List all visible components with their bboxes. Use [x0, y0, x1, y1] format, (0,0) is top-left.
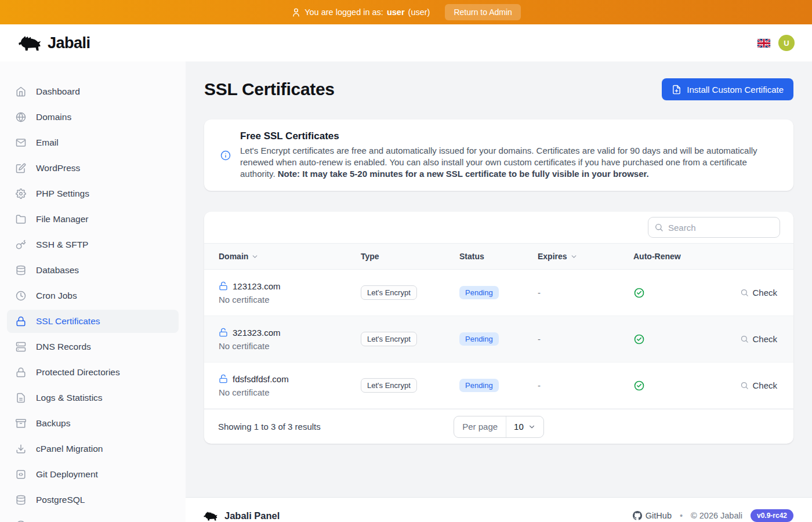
sidebar: Dashboard Domains Email WordPress PHP Se…: [0, 61, 186, 522]
boar-logo-icon: [17, 33, 43, 53]
sidebar-item-domains[interactable]: Domains: [7, 106, 179, 129]
sidebar-item-ssl-certificates[interactable]: SSL Certificates: [7, 310, 179, 333]
folder-icon: [16, 214, 26, 224]
column-header-domain[interactable]: Domain: [219, 252, 361, 261]
table-row: 123123.com No certificate Let's Encrypt …: [204, 270, 793, 316]
database-icon: [16, 265, 26, 276]
domain-name[interactable]: 321323.com: [233, 328, 281, 338]
column-label: Auto-Renew: [633, 252, 681, 261]
sidebar-item-php-settings[interactable]: PHP Settings: [7, 182, 179, 205]
chevron-down-icon: [251, 253, 259, 260]
gear-icon: [16, 188, 26, 199]
column-label: Type: [361, 252, 379, 261]
sidebar-item-dns-records[interactable]: DNS Records: [7, 335, 179, 358]
check-button[interactable]: Check: [740, 334, 777, 344]
sidebar-item-cpanel-migration[interactable]: cPanel Migration: [7, 437, 179, 461]
sidebar-item-label: Logs & Statistics: [36, 393, 103, 403]
brand-logo[interactable]: Jabali: [17, 33, 90, 53]
info-icon: [220, 150, 231, 161]
sidebar-item-postgresql[interactable]: PostgreSQL: [7, 488, 179, 512]
page-title: SSL Certificates: [204, 79, 335, 99]
user-icon: [291, 8, 301, 17]
github-link[interactable]: GitHub: [633, 511, 672, 520]
install-custom-certificate-button[interactable]: Install Custom Certificate: [662, 78, 793, 100]
info-note-text: Note: It may take 5-20 minutes for a new…: [278, 169, 649, 179]
sidebar-item-label: Dashboard: [36, 86, 80, 97]
sidebar-item-logs-statistics[interactable]: Logs & Statistics: [7, 386, 179, 409]
chevron-down-icon: [570, 253, 578, 260]
main-content: SSL Certificates Install Custom Certific…: [186, 61, 812, 522]
chevron-down-icon: [528, 423, 536, 431]
info-box-body: Let's Encrypt certificates are free and …: [240, 145, 777, 180]
sidebar-item-wordpress[interactable]: WordPress: [7, 157, 179, 180]
sidebar-item-cron-jobs[interactable]: Cron Jobs: [7, 284, 179, 307]
column-header-auto-renew: Auto-Renew: [633, 252, 703, 261]
sidebar-item-label: PostgreSQL: [36, 495, 85, 505]
language-flag-icon[interactable]: [757, 39, 770, 48]
banner-message: You are logged in as:: [304, 8, 383, 17]
document-plus-icon: [672, 85, 682, 95]
column-label: Expires: [538, 252, 567, 261]
database-icon: [16, 495, 26, 505]
sidebar-item-protected-directories[interactable]: Protected Directories: [7, 361, 179, 384]
column-header-expires[interactable]: Expires: [538, 252, 633, 261]
page-footer: Jabali Panel GitHub • © 2026 Jabali v0.9…: [186, 497, 812, 522]
mail-icon: [16, 137, 26, 148]
domain-name[interactable]: 123123.com: [233, 281, 281, 291]
sidebar-item-more[interactable]: [7, 514, 179, 522]
sidebar-item-label: Protected Directories: [36, 367, 120, 378]
expires-value: -: [538, 288, 633, 298]
check-button[interactable]: Check: [740, 288, 777, 298]
unlock-icon: [219, 281, 228, 291]
check-button[interactable]: Check: [740, 380, 777, 390]
auto-renew-enabled: [633, 380, 703, 392]
github-label: GitHub: [646, 511, 672, 520]
sidebar-item-label: Cron Jobs: [36, 291, 77, 301]
boar-logo-icon: [203, 510, 219, 522]
globe-icon: [16, 112, 26, 122]
edit-pencil-icon: [16, 163, 26, 173]
type-badge: Let's Encrypt: [361, 285, 417, 300]
footer-brand-name: Jabali Panel: [224, 510, 280, 521]
sidebar-item-email[interactable]: Email: [7, 131, 179, 154]
sidebar-item-ssh-sftp[interactable]: SSH & SFTP: [7, 233, 179, 256]
certificate-subtitle: No certificate: [219, 295, 361, 304]
info-box-title: Free SSL Certificates: [240, 130, 777, 142]
type-badge: Let's Encrypt: [361, 378, 417, 393]
sidebar-item-label: cPanel Migration: [36, 444, 103, 454]
domain-name[interactable]: fdsfsdfdsf.com: [233, 374, 289, 384]
sidebar-item-label: Domains: [36, 112, 71, 122]
per-page-select[interactable]: Per page 10: [454, 416, 544, 438]
certificate-subtitle: No certificate: [219, 341, 361, 351]
expires-value: -: [538, 380, 633, 390]
banner-role: (user): [408, 8, 430, 17]
file-text-icon: [16, 393, 26, 403]
free-ssl-info-box: Free SSL Certificates Let's Encrypt cert…: [204, 119, 793, 191]
table-row: 321323.com No certificate Let's Encrypt …: [204, 316, 793, 362]
check-label: Check: [752, 380, 777, 390]
download-icon: [16, 444, 26, 454]
sidebar-item-label: Backups: [36, 418, 70, 429]
sidebar-item-file-manager[interactable]: File Manager: [7, 208, 179, 231]
table-header-row: Domain Type Status Expires Auto-Renew: [204, 243, 793, 270]
clock-icon: [16, 291, 26, 301]
return-to-admin-button[interactable]: Return to Admin: [445, 4, 520, 20]
unlock-icon: [219, 374, 228, 383]
certificate-subtitle: No certificate: [219, 387, 361, 397]
sidebar-item-backups[interactable]: Backups: [7, 412, 179, 435]
search-icon: [654, 223, 664, 232]
impersonation-banner: You are logged in as: user (user) Return…: [0, 0, 812, 24]
sidebar-item-git-deployment[interactable]: Git Deployment: [7, 463, 179, 486]
table-pagination: Showing 1 to 3 of 3 results Per page 10: [204, 409, 793, 444]
column-header-status: Status: [459, 252, 538, 261]
sidebar-item-databases[interactable]: Databases: [7, 259, 179, 282]
column-header-type: Type: [361, 252, 459, 261]
magnifier-icon: [740, 335, 749, 343]
per-page-label: Per page: [454, 416, 506, 437]
home-icon: [16, 86, 26, 97]
sidebar-item-dashboard[interactable]: Dashboard: [7, 80, 179, 103]
check-circle-icon: [633, 380, 645, 392]
user-avatar[interactable]: U: [778, 35, 795, 51]
search-input[interactable]: [648, 217, 780, 238]
archive-icon: [16, 418, 26, 429]
